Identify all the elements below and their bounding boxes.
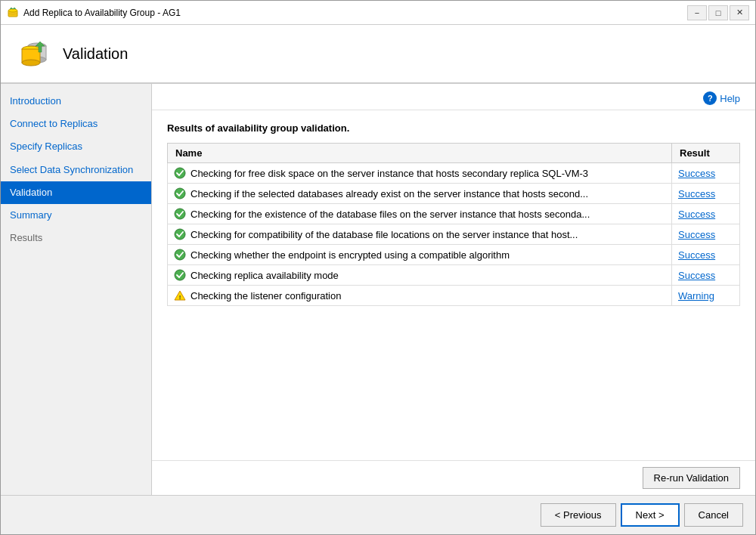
name-cell: Checking if the selected databases alrea… bbox=[168, 184, 672, 204]
success-icon bbox=[174, 187, 186, 199]
content-panel: ? Help Results of availability group val… bbox=[152, 84, 755, 495]
result-cell[interactable]: Success bbox=[672, 163, 740, 184]
close-button[interactable]: ✕ bbox=[730, 5, 749, 20]
header-icon bbox=[16, 36, 52, 72]
svg-point-7 bbox=[22, 60, 40, 66]
title-bar: Add Replica to Availability Group - AG1 … bbox=[1, 1, 755, 25]
result-link[interactable]: Success bbox=[678, 168, 715, 179]
name-cell: Checking for compatibility of the databa… bbox=[168, 224, 672, 245]
result-link[interactable]: Success bbox=[678, 209, 715, 220]
check-name: Checking replica availability mode bbox=[191, 270, 339, 281]
result-cell[interactable]: Success bbox=[672, 184, 740, 204]
check-name: Checking if the selected databases alrea… bbox=[191, 188, 588, 199]
rerun-button[interactable]: Re-run Validation bbox=[643, 467, 740, 489]
success-icon bbox=[174, 167, 186, 179]
footer-buttons: < Previous Next > Cancel bbox=[541, 503, 743, 527]
name-cell: Checking for the existence of the databa… bbox=[168, 204, 672, 224]
check-name: Checking for the existence of the databa… bbox=[191, 209, 590, 220]
success-icon bbox=[174, 269, 186, 281]
result-cell[interactable]: Success bbox=[672, 245, 740, 265]
name-cell-inner: Checking for compatibility of the databa… bbox=[174, 228, 665, 240]
name-cell-inner: Checking for free disk space on the serv… bbox=[174, 167, 665, 179]
window-controls: − □ ✕ bbox=[687, 5, 749, 20]
check-name: Checking for free disk space on the serv… bbox=[191, 168, 588, 179]
help-label: Help bbox=[720, 93, 740, 104]
previous-button[interactable]: < Previous bbox=[541, 503, 616, 527]
sidebar-item-select-data-sync[interactable]: Select Data Synchronization bbox=[1, 159, 151, 181]
name-cell: Checking for free disk space on the serv… bbox=[168, 163, 672, 184]
result-link[interactable]: Warning bbox=[678, 290, 714, 302]
cancel-button[interactable]: Cancel bbox=[684, 503, 743, 527]
success-icon bbox=[174, 249, 186, 261]
svg-text:!: ! bbox=[179, 294, 181, 301]
help-link[interactable]: ? Help bbox=[703, 91, 740, 105]
window-title: Add Replica to Availability Group - AG1 bbox=[23, 8, 687, 18]
name-cell: !Checking the listener configuration bbox=[168, 286, 672, 306]
check-name: Checking for compatibility of the databa… bbox=[191, 229, 578, 240]
check-name: Checking the listener configuration bbox=[191, 290, 341, 302]
result-link[interactable]: Success bbox=[678, 270, 715, 281]
sidebar-item-validation[interactable]: Validation bbox=[1, 181, 151, 204]
col-result: Result bbox=[672, 144, 740, 163]
result-link[interactable]: Success bbox=[678, 188, 715, 199]
result-cell[interactable]: Success bbox=[672, 204, 740, 224]
page-title: Validation bbox=[63, 45, 128, 63]
sidebar-item-summary[interactable]: Summary bbox=[1, 204, 151, 227]
result-cell[interactable]: Success bbox=[672, 224, 740, 245]
result-cell[interactable]: Success bbox=[672, 265, 740, 286]
app-icon bbox=[7, 7, 19, 19]
table-row: Checking replica availability modeSucces… bbox=[168, 265, 740, 286]
table-row: !Checking the listener configurationWarn… bbox=[168, 286, 740, 306]
sidebar-item-specify-replicas[interactable]: Specify Replicas bbox=[1, 135, 151, 158]
table-row: Checking whether the endpoint is encrypt… bbox=[168, 245, 740, 265]
success-icon bbox=[174, 208, 186, 220]
footer: < Previous Next > Cancel bbox=[1, 495, 755, 534]
results-title: Results of availability group validation… bbox=[167, 122, 740, 134]
main-window: Add Replica to Availability Group - AG1 … bbox=[0, 0, 756, 535]
success-icon bbox=[174, 228, 186, 240]
minimize-button[interactable]: − bbox=[687, 5, 707, 20]
table-row: Checking for compatibility of the databa… bbox=[168, 224, 740, 245]
col-name: Name bbox=[168, 144, 672, 163]
sidebar: Introduction Connect to Replicas Specify… bbox=[1, 84, 152, 495]
help-icon: ? bbox=[703, 91, 717, 105]
name-cell: Checking replica availability mode bbox=[168, 265, 672, 286]
name-cell-inner: !Checking the listener configuration bbox=[174, 289, 665, 302]
validation-table: Name Result Checking for free disk space… bbox=[167, 143, 740, 306]
name-cell-inner: Checking if the selected databases alrea… bbox=[174, 187, 665, 199]
result-link[interactable]: Success bbox=[678, 229, 715, 240]
check-name: Checking whether the endpoint is encrypt… bbox=[191, 249, 510, 261]
result-link[interactable]: Success bbox=[678, 249, 715, 261]
svg-point-1 bbox=[8, 9, 17, 12]
name-cell-inner: Checking whether the endpoint is encrypt… bbox=[174, 249, 665, 261]
body: Introduction Connect to Replicas Specify… bbox=[1, 84, 755, 495]
result-cell[interactable]: Warning bbox=[672, 286, 740, 306]
warning-icon: ! bbox=[174, 289, 186, 302]
table-row: Checking for free disk space on the serv… bbox=[168, 163, 740, 184]
maximize-button[interactable]: □ bbox=[708, 5, 728, 20]
content-body: Results of availability group validation… bbox=[152, 110, 755, 460]
content-header: ? Help bbox=[152, 84, 755, 110]
table-row: Checking for the existence of the databa… bbox=[168, 204, 740, 224]
page-header: Validation bbox=[1, 25, 755, 84]
sidebar-item-introduction[interactable]: Introduction bbox=[1, 90, 151, 113]
rerun-container: Re-run Validation bbox=[152, 460, 755, 495]
name-cell: Checking whether the endpoint is encrypt… bbox=[168, 245, 672, 265]
next-button[interactable]: Next > bbox=[621, 503, 680, 527]
sidebar-item-results: Results bbox=[1, 227, 151, 249]
table-row: Checking if the selected databases alrea… bbox=[168, 184, 740, 204]
sidebar-item-connect-replicas[interactable]: Connect to Replicas bbox=[1, 113, 151, 135]
name-cell-inner: Checking replica availability mode bbox=[174, 269, 665, 281]
name-cell-inner: Checking for the existence of the databa… bbox=[174, 208, 665, 220]
